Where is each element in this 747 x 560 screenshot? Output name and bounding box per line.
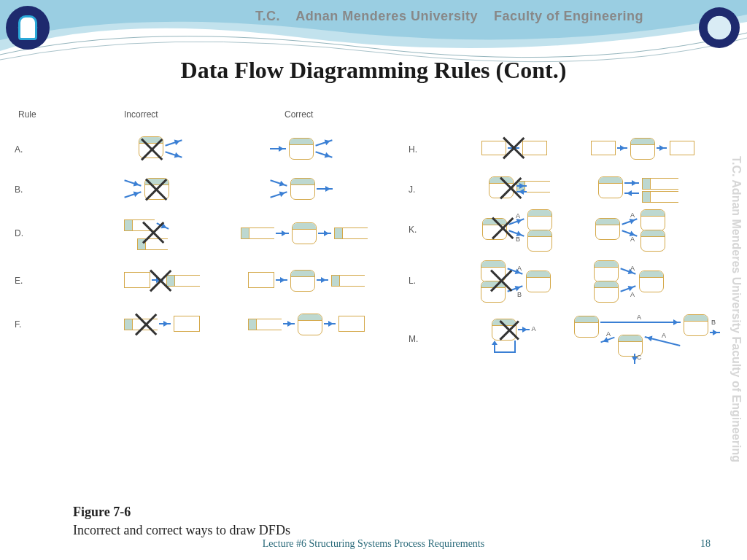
rule-f-incorrect <box>124 310 226 339</box>
figure-number: Figure 7-6 <box>73 505 131 519</box>
rule-l-label: L. <box>409 276 438 286</box>
rule-h-label: H. <box>409 144 438 155</box>
diagram-content: Rule Incorrect Correct A. B. <box>15 109 711 516</box>
rule-a-correct <box>270 135 372 164</box>
rule-d: D. <box>15 215 409 252</box>
rule-e: E. <box>15 262 409 299</box>
rule-m-correct: A B A A C <box>571 314 729 364</box>
rule-d-label: D. <box>15 228 44 238</box>
rule-f-label: F. <box>15 319 44 330</box>
rule-d-incorrect <box>124 215 212 252</box>
rule-a-label: A. <box>15 144 44 155</box>
header-university: Adnan Menderes University <box>295 9 478 23</box>
rule-b-correct <box>270 175 372 204</box>
rule-h-incorrect <box>481 135 576 164</box>
rule-l-incorrect: A B <box>478 260 580 301</box>
col-incorrect: Incorrect <box>124 109 158 120</box>
rule-d-correct <box>241 219 387 248</box>
rule-b: B. <box>15 171 409 208</box>
slide-title: Data Flow Diagramming Rules (Cont.) <box>0 57 747 84</box>
page-number: 18 <box>700 538 711 550</box>
rule-j-correct <box>591 175 708 204</box>
rule-f-correct <box>248 310 394 339</box>
rule-a: A. <box>15 131 409 168</box>
figure-text: Incorrect and correct ways to draw DFDs <box>73 523 290 537</box>
rule-m-label: M. <box>409 334 437 344</box>
svg-marker-0 <box>492 341 498 345</box>
rule-k: K. A B A A <box>409 211 729 248</box>
rule-h-correct <box>591 135 722 164</box>
rule-j-incorrect <box>481 175 576 204</box>
university-logo-left <box>6 6 50 50</box>
rule-m: M. A A B A A C <box>409 314 729 365</box>
header-text: T.C. Adnan Menderes University Faculty o… <box>255 9 643 24</box>
rule-a-incorrect <box>124 135 212 164</box>
rule-l-correct: A A <box>591 260 700 301</box>
rule-b-incorrect <box>124 175 212 204</box>
rule-e-correct <box>248 266 394 295</box>
rule-b-label: B. <box>15 184 44 195</box>
rule-f: F. <box>15 306 409 343</box>
rule-e-incorrect <box>124 266 226 295</box>
col-rule: Rule <box>18 109 36 120</box>
rule-k-incorrect: A B <box>478 209 580 250</box>
rule-e-label: E. <box>15 276 44 286</box>
rule-m-incorrect: A <box>484 317 564 361</box>
rule-k-label: K. <box>409 225 438 235</box>
header-faculty: Faculty of Engineering <box>494 9 643 23</box>
rule-l: L. A B A A <box>409 262 729 299</box>
rule-h: H. <box>409 131 729 168</box>
figure-caption: Figure 7-6 Incorrect and correct ways to… <box>73 503 290 540</box>
footer-text: Lecture #6 Structuring Systems Process R… <box>0 538 747 550</box>
header-tc: T.C. <box>255 9 280 23</box>
faculty-logo-right <box>699 7 740 48</box>
rule-j-label: J. <box>409 184 438 195</box>
rule-k-correct: A A <box>591 209 700 250</box>
rule-j: J. <box>409 171 729 208</box>
col-correct: Correct <box>285 109 313 120</box>
